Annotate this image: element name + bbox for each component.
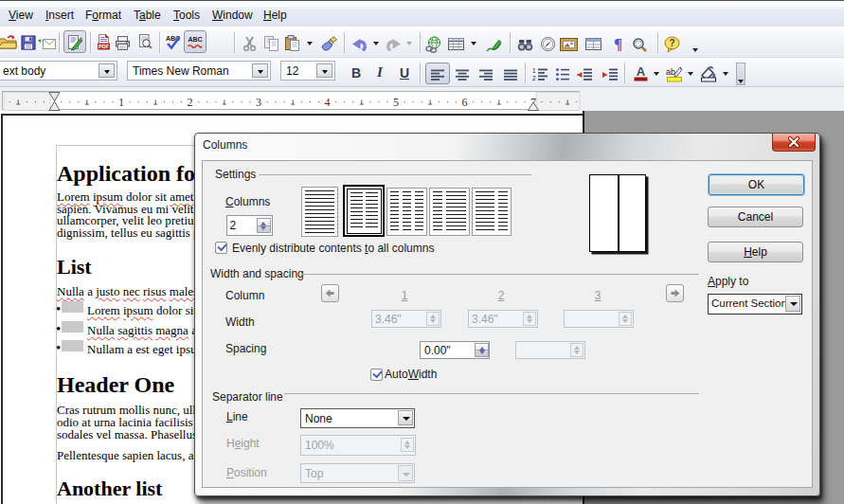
svg-text:6: 6 <box>462 96 468 109</box>
svg-text:3: 3 <box>256 96 261 109</box>
svg-text:ABC: ABC <box>189 36 203 43</box>
svg-text:4: 4 <box>325 96 331 109</box>
svg-text:PDF: PDF <box>99 44 110 49</box>
svg-text:2: 2 <box>188 96 193 109</box>
svg-text:A: A <box>637 65 646 79</box>
svg-text:2: 2 <box>532 75 536 81</box>
svg-text:?: ? <box>669 38 674 48</box>
svg-text:¶: ¶ <box>614 35 622 51</box>
svg-text:1: 1 <box>532 67 536 74</box>
svg-text:1: 1 <box>118 96 124 109</box>
svg-text:ab: ab <box>666 67 675 77</box>
svg-text:5: 5 <box>393 96 399 109</box>
